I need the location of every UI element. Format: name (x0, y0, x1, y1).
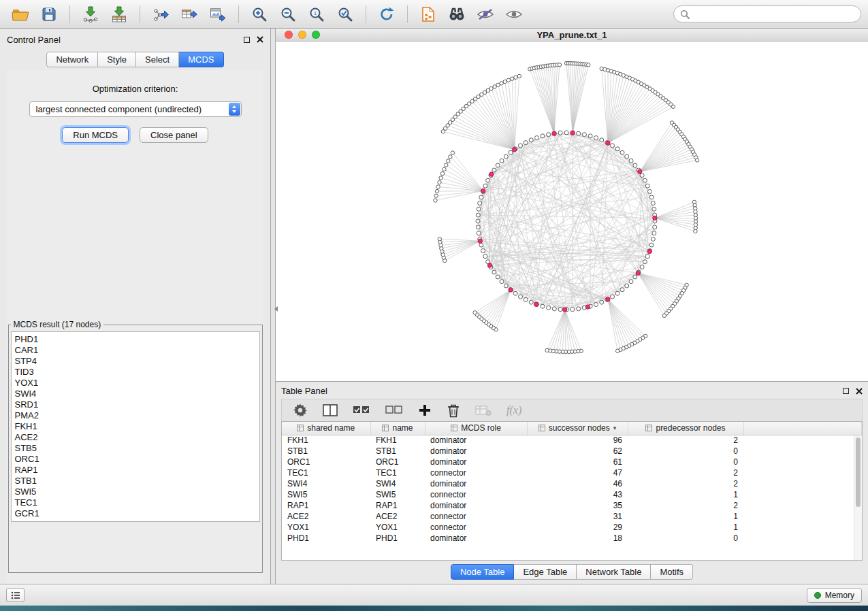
export-image-button[interactable] (204, 3, 231, 26)
table-row[interactable]: TEC1TEC1connector472 (282, 467, 862, 478)
mcds-result-item[interactable]: PHD1 (15, 334, 256, 345)
table-tab-network-table[interactable]: Network Table (577, 564, 651, 580)
table-cell[interactable]: ACE2 (370, 511, 425, 522)
collapse-arrow-icon[interactable] (272, 306, 278, 312)
table-cell[interactable]: FKH1 (282, 435, 370, 446)
mcds-result-item[interactable]: STP4 (15, 356, 256, 367)
table-cell[interactable]: 2 (628, 500, 743, 511)
column-header-predecessor-nodes[interactable]: predecessor nodes (628, 422, 743, 435)
table-cell[interactable]: dominator (425, 500, 527, 511)
export-network-button[interactable] (147, 3, 174, 26)
run-mcds-button[interactable]: Run MCDS (62, 127, 129, 143)
table-cell[interactable]: 96 (527, 435, 628, 446)
table-cell[interactable]: 29 (527, 522, 628, 533)
table-cell[interactable]: 2 (628, 467, 743, 478)
table-cell[interactable]: RAP1 (370, 500, 425, 511)
mcds-result-item[interactable]: STB1 (15, 476, 256, 486)
table-row[interactable]: FKH1FKH1dominator962 (282, 435, 862, 446)
table-cell[interactable]: SWI4 (282, 478, 370, 489)
mcds-result-item[interactable]: CAR1 (15, 345, 256, 356)
table-tab-node-table[interactable]: Node Table (451, 564, 515, 580)
table-row[interactable]: ACE2ACE2connector311 (282, 511, 862, 522)
close-panel-icon[interactable] (257, 36, 263, 43)
save-button[interactable] (35, 3, 63, 26)
table-cell[interactable]: 1 (628, 511, 743, 522)
table-cell[interactable]: connector (425, 511, 527, 522)
float-panel-icon[interactable] (244, 37, 250, 43)
table-row[interactable]: STB1STB1dominator620 (282, 446, 862, 457)
table-cell[interactable]: STB1 (282, 446, 370, 457)
zoom-in-button[interactable] (246, 3, 273, 26)
table-cell[interactable]: dominator (425, 435, 527, 446)
panel-splitter[interactable] (271, 29, 276, 584)
mcds-result-item[interactable]: FKH1 (15, 421, 256, 432)
table-cell[interactable]: TEC1 (370, 467, 425, 478)
table-cell[interactable]: 62 (527, 446, 628, 457)
table-cell[interactable]: dominator (425, 457, 527, 467)
table-row[interactable]: ORC1ORC1dominator610 (282, 457, 862, 467)
table-row[interactable]: PHD1PHD1dominator180 (282, 533, 862, 544)
table-tab-motifs[interactable]: Motifs (651, 564, 693, 580)
table-cell[interactable]: FKH1 (370, 435, 425, 446)
table-cell[interactable]: TEC1 (282, 467, 370, 478)
table-cell[interactable]: SWI5 (282, 489, 370, 500)
table-cell[interactable]: RAP1 (282, 500, 370, 511)
table-cell[interactable]: 31 (527, 511, 628, 522)
column-header-name[interactable]: name (370, 422, 425, 435)
status-menu-button[interactable] (6, 588, 25, 602)
maximize-window-icon[interactable] (312, 31, 320, 39)
table-cell[interactable]: 47 (527, 467, 628, 478)
minimize-window-icon[interactable] (298, 31, 306, 39)
table-cell[interactable]: 43 (527, 489, 628, 500)
import-network-button[interactable] (77, 3, 104, 26)
column-header-MCDS-role[interactable]: MCDS role (425, 422, 527, 435)
import-table-button[interactable] (106, 3, 133, 26)
table-cell[interactable]: dominator (425, 533, 527, 544)
table-cell[interactable]: connector (425, 522, 527, 533)
table-cell[interactable]: dominator (425, 446, 527, 457)
mcds-result-item[interactable]: YOX1 (15, 378, 256, 389)
table-scrollbar-thumb[interactable] (856, 437, 861, 507)
table-settings-gear-icon[interactable] (293, 403, 308, 418)
share-network-button[interactable] (415, 3, 442, 26)
table-cell[interactable]: dominator (425, 478, 527, 489)
criterion-dropdown[interactable]: largest connected component (undirected) (29, 101, 242, 117)
table-cell[interactable]: 61 (527, 457, 628, 467)
table-row[interactable]: SWI5SWI5connector431 (282, 489, 862, 500)
table-cell[interactable]: SWI4 (370, 478, 425, 489)
float-table-panel-icon[interactable] (843, 388, 849, 394)
table-row[interactable]: RAP1RAP1dominator352 (282, 500, 862, 511)
network-canvas[interactable] (276, 42, 868, 381)
table-cell[interactable]: connector (425, 489, 527, 500)
mcds-result-item[interactable]: GCR1 (15, 508, 256, 519)
table-cell[interactable]: YOX1 (370, 522, 425, 533)
table-cell[interactable]: 2 (628, 478, 743, 489)
close-window-icon[interactable] (285, 31, 293, 39)
export-table-button[interactable] (176, 3, 203, 26)
delete-column-icon[interactable] (447, 403, 460, 418)
show-columns-icon[interactable] (323, 403, 338, 417)
tab-mcds[interactable]: MCDS (179, 52, 223, 67)
column-header-shared-name[interactable]: shared name (282, 422, 370, 435)
mcds-result-item[interactable]: RAP1 (15, 465, 256, 476)
table-cell[interactable]: 18 (527, 533, 628, 544)
refresh-button[interactable] (373, 3, 400, 26)
table-cell[interactable]: PHD1 (370, 533, 425, 544)
mcds-result-item[interactable]: TEC1 (15, 497, 256, 508)
memory-button[interactable]: Memory (807, 588, 862, 603)
open-button[interactable] (7, 3, 34, 26)
table-row[interactable]: SWI4SWI4dominator462 (282, 478, 862, 489)
table-cell[interactable]: 1 (628, 522, 743, 533)
mcds-result-item[interactable]: ORC1 (15, 454, 256, 465)
zoom-actual-button[interactable]: 1 (303, 3, 330, 26)
mcds-result-item[interactable]: SRD1 (15, 399, 256, 410)
table-cell[interactable]: ACE2 (282, 511, 370, 522)
search-network-button[interactable] (443, 3, 470, 26)
zoom-fit-button[interactable] (332, 3, 359, 26)
column-header-successor-nodes[interactable]: successor nodes▾ (527, 422, 628, 435)
select-all-icon[interactable] (353, 404, 370, 416)
table-cell[interactable]: 2 (628, 435, 743, 446)
table-cell[interactable]: 46 (527, 478, 628, 489)
add-column-icon[interactable] (418, 403, 432, 417)
zoom-out-button[interactable] (274, 3, 302, 26)
